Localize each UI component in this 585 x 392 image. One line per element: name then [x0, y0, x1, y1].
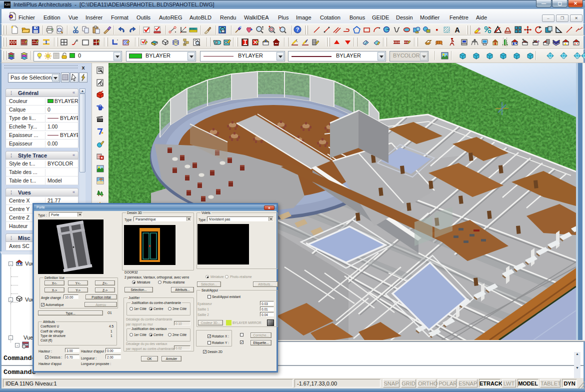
svg-text:?: ? — [296, 26, 300, 32]
svg-text:A: A — [454, 26, 460, 34]
